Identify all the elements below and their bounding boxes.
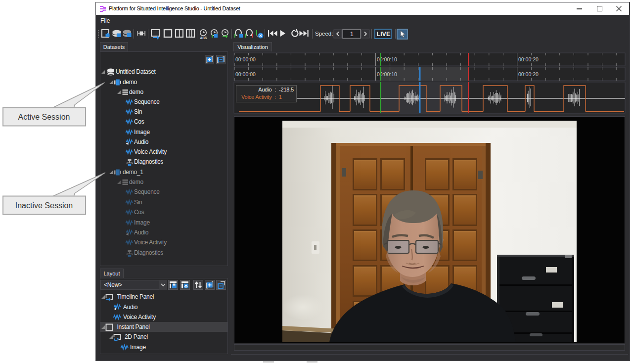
svg-text:00:00:00: 00:00:00 (235, 56, 256, 62)
svg-text:00:00:10: 00:00:10 (377, 56, 397, 62)
svg-text:ABS: ABS (200, 36, 207, 40)
svg-text:Active Session: Active Session (18, 113, 70, 121)
svg-text:Inactive Session: Inactive Session (15, 201, 73, 210)
svg-text:00:00:20: 00:00:20 (518, 56, 539, 62)
svg-text:00:00:00: 00:00:00 (235, 71, 256, 77)
svg-text:Speed:: Speed: (315, 31, 333, 37)
svg-text:00:00:10: 00:00:10 (377, 71, 397, 77)
svg-text:LIVE: LIVE (377, 31, 391, 38)
svg-text:00:00:20: 00:00:20 (518, 71, 539, 77)
svg-text:1: 1 (350, 31, 354, 38)
